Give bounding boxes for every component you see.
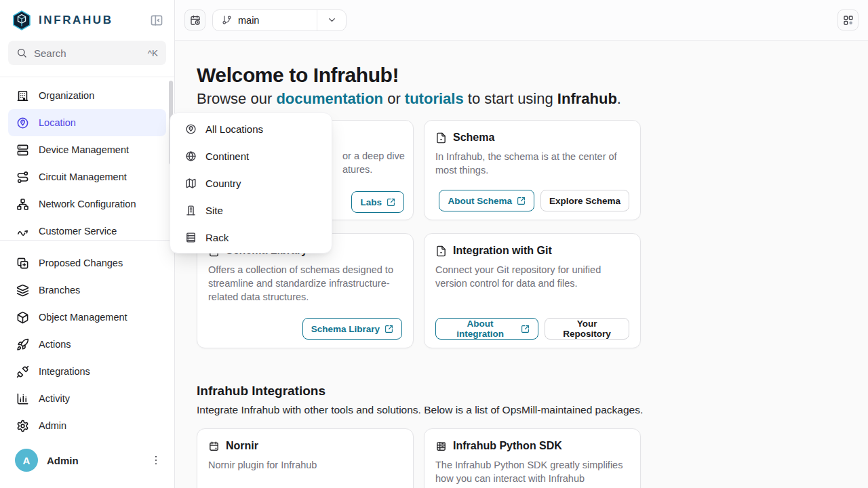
user-menu[interactable]: A Admin [0,449,174,488]
package-icon [208,441,220,452]
menu-item-all-locations[interactable]: All Locations [170,115,332,142]
branch-selector[interactable]: main [212,9,347,31]
about-schema-button[interactable]: About Schema [439,190,534,211]
about-integration-button[interactable]: About integration [435,318,538,340]
page-title: Welcome to Infrahub! [197,65,868,85]
sidebar-item-device-management[interactable]: Device Management [8,136,166,163]
menu-item-country[interactable]: Country [170,169,332,197]
search-shortcut: ^K [148,48,158,58]
nav-item-label: Organization [39,90,94,101]
menu-item-label: Continent [205,150,249,162]
schema-visualizer-button[interactable] [837,9,859,30]
menu-item-continent[interactable]: Continent [170,142,332,169]
menu-item-label: Rack [205,232,229,243]
card-title: Schema [453,131,494,144]
menu-item-label: Country [205,178,241,189]
bar-chart-icon [16,392,29,405]
integrations-section-title: Infrahub Integrations [197,384,868,399]
card-title: Integration with Git [453,245,552,257]
nav-item-label: Customer Service [39,226,117,237]
schema-card: Schema In Infrahub, the schema is at the… [424,120,641,220]
nav-item-label: Location [39,117,76,128]
intro-text: Browse our [197,90,276,107]
labs-button[interactable]: Labs [351,191,404,213]
external-link-icon [517,197,526,205]
sidebar-item-circuit-management[interactable]: Circuit Management [8,163,166,190]
chevron-down-icon [327,15,337,25]
card-title: Infrahub Python SDK [453,440,562,452]
nav-item-label: Network Configuration [39,199,136,209]
external-link-icon [521,325,530,333]
sidebar-item-object-management[interactable]: Object Management [8,304,166,331]
menu-item-rack[interactable]: Rack [170,224,332,251]
infrahub-logo-icon [11,9,33,31]
workflow-icon [843,15,854,26]
building-icon [16,89,29,102]
card-description: Nornir plugin for Infrahub [208,458,402,472]
plug-icon [16,365,29,378]
location-dropdown-menu: All LocationsContinentCountrySiteRack [170,113,332,253]
your-repository-button[interactable]: Your Repository [545,318,629,340]
user-more-icon[interactable] [150,454,162,466]
sidebar-item-organization[interactable]: Organization [8,82,166,109]
rocket-icon [16,338,29,351]
menu-item-label: Site [205,205,223,216]
external-link-icon [387,198,395,207]
sidebar-item-actions[interactable]: Actions [8,331,166,358]
nav-item-label: Branches [39,285,80,296]
main-content: Welcome to Infrahub! Browse our document… [175,41,868,488]
sidebar-item-proposed-changes[interactable]: Proposed Changes [8,249,166,277]
nav-item-label: Activity [39,393,70,404]
sidebar: INFRAHUB Search ^K OrganizationLocationD… [0,0,175,488]
sidebar-item-customer-service[interactable]: Customer Service [8,218,166,241]
nav-item-label: Admin [39,420,66,431]
card-desc-fragment: or a deep dive [342,149,405,163]
globe-icon [185,150,197,162]
search-placeholder: Search [34,47,66,59]
sidebar-item-branches[interactable]: Branches [8,277,166,304]
sidebar-item-integrations[interactable]: Integrations [8,358,166,385]
time-travel-button[interactable] [184,9,205,30]
intro-text: or [383,90,405,107]
explore-schema-button[interactable]: Explore Schema [540,190,629,211]
sidebar-item-activity[interactable]: Activity [8,385,166,412]
intro-text: . [617,90,621,107]
card-description: Offers a collection of schemas designed … [208,263,402,304]
customer-service-icon [16,225,29,238]
documentation-link[interactable]: documentation [276,90,383,107]
sidebar-item-network-configuration[interactable]: Network Configuration [8,190,166,218]
external-link-icon [384,325,393,333]
python-sdk-card: Infrahub Python SDK The Infrahub Python … [424,428,641,488]
user-name: Admin [47,455,79,466]
search-input[interactable]: Search ^K [8,41,166,65]
brand-wordmark: INFRAHUB [39,14,113,27]
tutorials-link[interactable]: tutorials [405,90,464,107]
sidebar-item-location[interactable]: Location [8,109,166,136]
menu-item-site[interactable]: Site [170,197,332,224]
welcome-intro: Browse our documentation or tutorials to… [197,90,868,107]
nav-item-label: Object Management [39,312,127,323]
sidebar-item-admin[interactable]: Admin [8,412,166,439]
site-icon [185,205,197,216]
rack-icon [185,232,197,243]
main-nav: Proposed ChangesBranchesObject Managemen… [0,241,174,439]
map-pin-circle-icon [16,117,29,129]
collapse-sidebar-icon[interactable] [150,14,163,27]
route-icon [16,171,29,184]
grid-icon [435,441,447,452]
map-pin-circle-icon [185,123,197,135]
server-icon [16,144,29,157]
intro-brand: Infrahub [557,90,617,107]
intro-text: to start using [464,90,557,107]
diff-icon [16,257,29,270]
schema-library-button[interactable]: Schema Library [302,318,402,340]
object-nav: OrganizationLocationDevice ManagementCir… [0,77,174,241]
search-icon [16,47,27,58]
branch-caret-button[interactable] [317,15,346,25]
card-description: Connect your Git repository for unified … [435,263,629,290]
card-title: Nornir [226,440,258,452]
avatar: A [15,449,38,472]
nav-item-label: Proposed Changes [39,258,123,268]
gear-icon [16,420,29,432]
nav-item-label: Device Management [39,144,129,155]
